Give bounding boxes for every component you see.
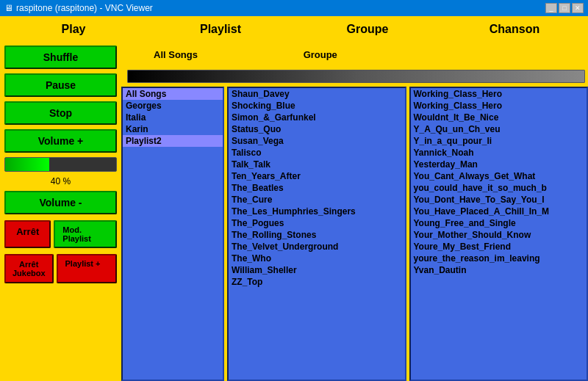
list-item[interactable]: Talisco <box>229 147 405 159</box>
arret-jukebox-button[interactable]: Arrêt Jukebox <box>4 254 54 283</box>
list-item[interactable]: ZZ_Top <box>229 276 405 288</box>
list-item[interactable]: You_Cant_Always_Get_What <box>411 170 587 182</box>
volume-slider[interactable] <box>4 157 117 172</box>
list-item[interactable]: Talk_Talk <box>229 159 405 170</box>
list-item[interactable]: Yannick_Noah <box>411 147 587 159</box>
list-item[interactable]: Working_Class_Hero <box>411 88 587 100</box>
songs-list[interactable]: Working_Class_HeroWorking_Class_HeroWoul… <box>409 87 589 381</box>
list-item[interactable]: Status_Quo <box>229 123 405 135</box>
list-item[interactable]: Ten_Years_After <box>229 170 405 182</box>
info-groupe: Groupe <box>234 49 406 60</box>
list-item[interactable]: Simon_&_Garfunkel <box>229 112 405 123</box>
list-item[interactable]: The_Velvet_Underground <box>229 241 405 253</box>
content-area: Shuffle Pause Stop Volume + 40 % Volume … <box>0 43 588 381</box>
list-item[interactable]: Youre_My_Best_Friend <box>411 241 587 253</box>
stop-button[interactable]: Stop <box>4 101 117 125</box>
playlist-plus-button[interactable]: Playlist + <box>57 254 118 283</box>
header-groupe: Groupe <box>294 23 441 36</box>
main-container: Play Playlist Groupe Chanson Shuffle Pau… <box>0 16 588 381</box>
maximize-button[interactable]: □ <box>559 3 570 13</box>
header-playlist: Playlist <box>147 23 294 36</box>
right-content: All Songs Groupe All Songs Georges Itali… <box>121 43 588 381</box>
volume-slider-fill <box>5 158 49 171</box>
title-bar-left: 🖥 raspitone (raspitone) - VNC Viewer <box>4 3 153 13</box>
list-item[interactable]: Y_in_a_qu_pour_li <box>411 135 587 147</box>
close-button[interactable]: ✕ <box>572 3 584 13</box>
volume-down-button[interactable]: Volume - <box>4 191 117 214</box>
list-item[interactable]: Working_Class_Hero <box>411 100 587 112</box>
header-play: Play <box>0 23 147 36</box>
list-item[interactable]: The_Who <box>229 253 405 264</box>
mod-playlist-button[interactable]: Mod. Playlist <box>54 220 117 248</box>
pause-button[interactable]: Pause <box>4 73 117 97</box>
app-icon: 🖥 <box>4 3 13 13</box>
list-item[interactable]: Italia <box>123 112 223 123</box>
progress-row <box>121 66 588 87</box>
list-item[interactable]: Yesterday_Man <box>411 159 587 170</box>
left-panel: Shuffle Pause Stop Volume + 40 % Volume … <box>0 43 121 381</box>
volume-label: 40 % <box>4 176 117 186</box>
list-item[interactable]: The_Beatles <box>229 182 405 194</box>
list-item[interactable]: Shocking_Blue <box>229 100 405 112</box>
list-item[interactable]: Y_A_Qu_un_Ch_veu <box>411 123 587 135</box>
list-item[interactable]: You_Have_Placed_A_Chill_In_M <box>411 206 587 217</box>
list-item[interactable]: The_Pogues <box>229 217 405 229</box>
progress-bar[interactable] <box>127 70 585 83</box>
list-item[interactable]: Young_Free_and_Single <box>411 217 587 229</box>
list-item[interactable]: youre_the_reason_im_leaving <box>411 253 587 264</box>
list-item[interactable]: The_Rolling_Stones <box>229 229 405 241</box>
title-bar: 🖥 raspitone (raspitone) - VNC Viewer _ □… <box>0 0 588 16</box>
list-item[interactable]: William_Sheller <box>229 264 405 276</box>
info-row: All Songs Groupe <box>121 43 588 66</box>
shuffle-button[interactable]: Shuffle <box>4 46 117 69</box>
list-item[interactable]: All Songs <box>123 88 223 100</box>
list-item[interactable]: Shaun_Davey <box>229 88 405 100</box>
info-playlist: All Songs <box>124 49 227 60</box>
list-item[interactable]: Wouldnt_It_Be_Nice <box>411 112 587 123</box>
header-row: Play Playlist Groupe Chanson <box>0 16 588 43</box>
list-item[interactable]: You_Dont_Have_To_Say_You_l <box>411 194 587 206</box>
playlist-list[interactable]: All Songs Georges Italia Karin Playlist2 <box>121 87 224 381</box>
volume-up-button[interactable]: Volume + <box>4 129 117 153</box>
lists-row: All Songs Georges Italia Karin Playlist2… <box>121 87 588 381</box>
minimize-button[interactable]: _ <box>545 3 557 13</box>
list-item[interactable]: Karin <box>123 123 223 135</box>
list-item[interactable]: The_Cure <box>229 194 405 206</box>
list-item[interactable]: Georges <box>123 100 223 112</box>
list-item[interactable]: The_Les_Humphries_Singers <box>229 206 405 217</box>
list-item[interactable]: Susan_Vega <box>229 135 405 147</box>
arret-button[interactable]: Arrêt <box>4 220 51 248</box>
header-chanson: Chanson <box>441 23 588 36</box>
title-bar-controls: _ □ ✕ <box>545 3 584 13</box>
groups-list[interactable]: Shaun_DaveyShocking_BlueSimon_&_Garfunke… <box>227 87 406 381</box>
window-title: raspitone (raspitone) - VNC Viewer <box>16 3 153 13</box>
list-item[interactable]: Playlist2 <box>123 135 223 147</box>
list-item[interactable]: Your_Mother_Should_Know <box>411 229 587 241</box>
list-item[interactable]: you_could_have_it_so_much_b <box>411 182 587 194</box>
list-item[interactable]: Yvan_Dautin <box>411 264 587 276</box>
